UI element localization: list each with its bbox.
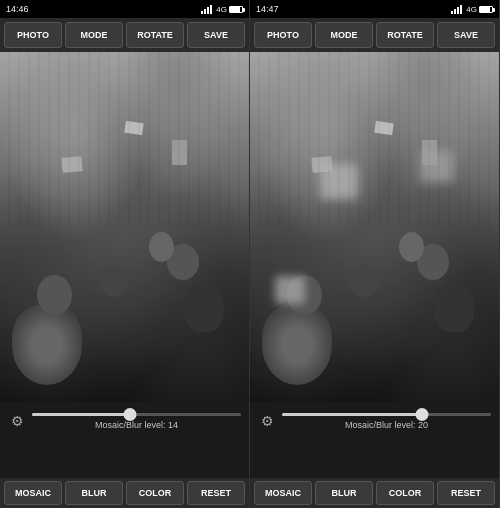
right-panel: 14:47 4G PHOTO MODE ROTATE SAVE (250, 0, 500, 508)
crowd-overlay-right (250, 52, 499, 402)
battery-icon-right (479, 6, 493, 13)
slider-track-right[interactable] (282, 413, 491, 416)
color-button-left[interactable]: COLOR (126, 481, 184, 505)
reset-button-right[interactable]: RESET (437, 481, 495, 505)
blur-button-left[interactable]: BLUR (65, 481, 123, 505)
toolbar-right: PHOTO MODE ROTATE SAVE (250, 18, 499, 52)
rotate-button-left[interactable]: ROTATE (126, 22, 184, 48)
photo-button-right[interactable]: PHOTO (254, 22, 312, 48)
color-button-right[interactable]: COLOR (376, 481, 434, 505)
mosaic-button-right[interactable]: MOSAIC (254, 481, 312, 505)
status-bar-left: 14:46 4G (0, 0, 249, 18)
status-bar-right: 14:47 4G (250, 0, 499, 18)
save-button-left[interactable]: SAVE (187, 22, 245, 48)
time-left: 14:46 (6, 4, 29, 14)
mode-button-right[interactable]: MODE (315, 22, 373, 48)
photo-button-left[interactable]: PHOTO (4, 22, 62, 48)
mode-button-left[interactable]: MODE (65, 22, 123, 48)
left-panel: 14:46 4G PHOTO MODE ROTATE SAVE (0, 0, 250, 508)
image-area-left (0, 52, 249, 402)
settings-icon-left[interactable]: ⚙ (8, 412, 26, 430)
status-icons-right: 4G (451, 5, 493, 14)
settings-icon-right[interactable]: ⚙ (258, 412, 276, 430)
blur-button-right[interactable]: BLUR (315, 481, 373, 505)
reset-button-left[interactable]: RESET (187, 481, 245, 505)
controls-left: ⚙ Mosaic/Blur level: 14 (0, 402, 249, 478)
bottom-bar-right: MOSAIC BLUR COLOR RESET (250, 478, 499, 508)
mosaic-button-left[interactable]: MOSAIC (4, 481, 62, 505)
network-type-left: 4G (216, 5, 227, 14)
slider-row-right: ⚙ Mosaic/Blur level: 20 (258, 406, 491, 432)
controls-right: ⚙ Mosaic/Blur level: 20 (250, 402, 499, 478)
slider-label-right: Mosaic/Blur level: 20 (345, 420, 428, 430)
time-right: 14:47 (256, 4, 279, 14)
toolbar-left: PHOTO MODE ROTATE SAVE (0, 18, 249, 52)
rotate-button-right[interactable]: ROTATE (376, 22, 434, 48)
signal-icon-right (451, 5, 462, 14)
image-area-right (250, 52, 499, 402)
crowd-overlay-left (0, 52, 249, 402)
bottom-bar-left: MOSAIC BLUR COLOR RESET (0, 478, 249, 508)
slider-container-left: Mosaic/Blur level: 14 (32, 413, 241, 430)
slider-container-right: Mosaic/Blur level: 20 (282, 413, 491, 430)
save-button-right[interactable]: SAVE (437, 22, 495, 48)
network-type-right: 4G (466, 5, 477, 14)
slider-track-left[interactable] (32, 413, 241, 416)
slider-label-left: Mosaic/Blur level: 14 (95, 420, 178, 430)
battery-icon-left (229, 6, 243, 13)
signal-icon (201, 5, 212, 14)
status-icons-left: 4G (201, 5, 243, 14)
slider-row-left: ⚙ Mosaic/Blur level: 14 (8, 406, 241, 432)
